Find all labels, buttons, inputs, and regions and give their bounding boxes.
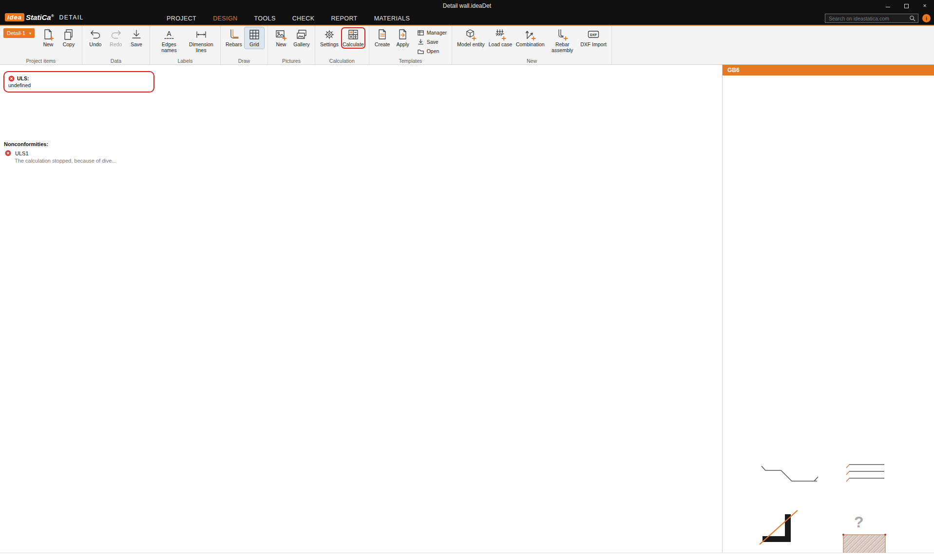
close-icon: × xyxy=(923,2,926,9)
logo-idea-badge: idea xyxy=(5,13,24,21)
error-icon xyxy=(8,75,15,82)
ribbon-group-pictures: NewGalleryPictures xyxy=(268,26,315,64)
product-name: DETAIL xyxy=(59,14,84,21)
settings-button[interactable]: Settings xyxy=(319,27,340,49)
ribbon-group-data: UndoRedoSaveData xyxy=(82,26,150,64)
status-bar xyxy=(0,553,934,560)
apply-button[interactable]: Apply xyxy=(393,27,413,49)
rebar-assembly-button[interactable]: Rebar assembly xyxy=(547,27,578,54)
maximize-icon xyxy=(904,4,909,8)
results-summary-annotated: ULS:undefined xyxy=(3,71,154,93)
model-entity-button[interactable]: Model entity xyxy=(456,27,486,49)
results-section-header: ULS: xyxy=(8,75,150,82)
ribbon-group-caption: Draw xyxy=(221,58,267,64)
redo-button[interactable]: Redo xyxy=(106,27,126,49)
rebars-button[interactable]: Rebars xyxy=(224,27,244,49)
project-item-select[interactable]: Detail-1▾ xyxy=(3,28,35,38)
ribbon-group-project-items: Detail-1▾NewCopyProject items xyxy=(0,26,82,64)
menu-tab-materials[interactable]: MATERIALS xyxy=(374,15,410,22)
idea-statica-detail-window: Detail wall.ideaDet × idea StatiCa® DETA… xyxy=(0,0,934,560)
maximize-button[interactable] xyxy=(897,0,915,12)
ribbon-group-caption: Labels xyxy=(150,58,220,64)
calculate-icon xyxy=(347,28,360,41)
calculate-button[interactable]: Calculate xyxy=(341,27,365,49)
save-icon xyxy=(130,28,143,41)
search-icon xyxy=(909,15,915,21)
ribbon: Detail-1▾NewCopyProject itemsUndoRedoSav… xyxy=(0,26,934,65)
gallery-button[interactable]: Gallery xyxy=(292,27,311,49)
grid-icon xyxy=(248,28,261,41)
copy-button[interactable]: Copy xyxy=(59,27,78,49)
template-create-icon xyxy=(376,28,389,41)
undo-button[interactable]: Undo xyxy=(86,27,105,49)
canvas-area: ULS:undefined Nonconformities: ULS1 The … xyxy=(0,65,722,553)
ribbon-group-templates: CreateApplyManagerSaveOpenTemplates xyxy=(369,26,452,64)
menu-tabs: PROJECTDESIGNTOOLSCHECKREPORTMATERIALS xyxy=(167,12,410,25)
grid-button[interactable]: Grid xyxy=(245,27,264,49)
create-button[interactable]: Create xyxy=(373,27,392,49)
bar-layers-icon xyxy=(846,465,884,482)
rebars-icon xyxy=(228,28,240,41)
copy-icon xyxy=(62,28,75,41)
nonconformity-item[interactable]: ULS1 xyxy=(15,150,29,156)
ribbon-group-caption: New xyxy=(452,58,611,64)
window-title: Detail wall.ideaDet xyxy=(0,0,934,12)
menu-tab-report[interactable]: REPORT xyxy=(331,15,357,22)
minimize-icon xyxy=(886,7,890,7)
properties-panel: GB6 ? xyxy=(722,65,934,553)
menu-tab-check[interactable]: CHECK xyxy=(292,15,315,22)
app-logo: idea StatiCa® DETAIL xyxy=(5,13,84,21)
combination-icon xyxy=(524,28,536,41)
combination-button[interactable]: Combination xyxy=(515,27,546,49)
gallery-icon xyxy=(295,28,308,41)
page-plus-icon xyxy=(42,28,55,41)
menu-tab-design[interactable]: DESIGN xyxy=(213,15,237,22)
edge-shape-icon xyxy=(760,510,798,544)
ribbon-group-new: Model entityLoad caseCombinationRebar as… xyxy=(452,26,612,64)
new-button[interactable]: New xyxy=(38,27,58,49)
bar-shape-icon xyxy=(762,466,818,481)
rebar-shape-preview: ? xyxy=(757,452,917,560)
ribbon-group-caption: Templates xyxy=(369,58,452,64)
manager-button[interactable]: Manager xyxy=(416,28,448,37)
dxf-import-button[interactable]: DXFDXF Import xyxy=(579,27,608,49)
new-button[interactable]: New xyxy=(271,27,291,49)
edges-names-icon: A xyxy=(163,28,175,41)
selected-object-title: GB6 xyxy=(727,67,740,74)
edges-names-button[interactable]: AEdges names xyxy=(153,27,185,54)
ribbon-group-caption: Data xyxy=(82,58,150,64)
model-entity-icon xyxy=(464,28,477,41)
search-box[interactable] xyxy=(825,14,918,23)
svg-text:DXF: DXF xyxy=(590,33,597,37)
ribbon-group-caption: Pictures xyxy=(268,58,315,64)
dimension-lines-icon xyxy=(195,28,208,41)
menu-bar: idea StatiCa® DETAIL PROJECTDESIGNTOOLSC… xyxy=(0,12,934,26)
save-button[interactable]: Save xyxy=(127,27,146,49)
dimension-lines-button[interactable]: Dimension lines xyxy=(186,27,217,54)
template-apply-icon xyxy=(397,28,409,41)
close-button[interactable]: × xyxy=(915,0,934,12)
ribbon-group-calculation: SettingsCalculateCalculation xyxy=(315,26,369,64)
menu-tab-tools[interactable]: TOOLS xyxy=(254,15,275,22)
minimize-button[interactable] xyxy=(878,0,897,12)
ribbon-group-draw: RebarsGridDraw xyxy=(221,26,268,64)
save-button[interactable]: Save xyxy=(416,37,448,46)
detail-canvas[interactable] xyxy=(88,139,521,419)
menu-tab-project[interactable]: PROJECT xyxy=(167,15,196,22)
ribbon-group-labels: AEdges namesDimension linesLabels xyxy=(150,26,221,64)
question-mark: ? xyxy=(854,513,864,531)
search-input[interactable] xyxy=(828,15,909,22)
picture-new-icon xyxy=(275,28,287,41)
open-button[interactable]: Open xyxy=(416,47,448,56)
open-small-icon xyxy=(417,48,424,55)
undo-icon xyxy=(89,28,102,41)
load-case-button[interactable]: Load case xyxy=(487,27,514,49)
error-icon xyxy=(5,150,11,156)
logo-statica: StatiCa® xyxy=(26,13,54,21)
help-icon[interactable]: i xyxy=(922,14,931,22)
dxf-import-icon: DXF xyxy=(587,28,600,41)
rebar-assembly-icon xyxy=(556,28,569,41)
svg-text:A: A xyxy=(167,30,172,37)
ribbon-group-caption: Project items xyxy=(0,58,82,64)
save-small-icon xyxy=(417,38,424,46)
